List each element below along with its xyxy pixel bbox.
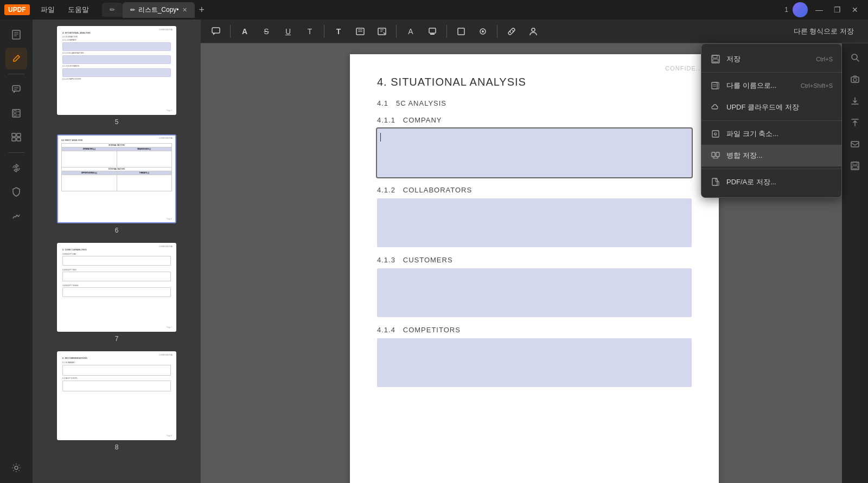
minimize-button[interactable]: — <box>812 5 826 14</box>
tab-add-button[interactable]: + <box>195 4 209 16</box>
saveas-icon <box>710 80 721 91</box>
tool-highlight[interactable]: A <box>236 23 253 40</box>
dropdown-merge-label: 병합 저장... <box>726 151 762 160</box>
svg-rect-15 <box>17 138 21 141</box>
svg-rect-17 <box>212 28 220 33</box>
tool-strikethrough[interactable]: S <box>258 23 275 40</box>
tool-text-bold[interactable]: T <box>330 23 347 40</box>
thumbnail-6[interactable]: CONFIDENTIAL 4.2 SWOT ANALYSIS INTERNAL … <box>39 134 194 234</box>
sidebar-icon-settings[interactable] <box>5 457 27 479</box>
dropdown-item-merge-left: 병합 저장... <box>710 150 762 161</box>
sidebar-icon-convert[interactable] <box>5 157 27 179</box>
dropdown-cloud-label: UPDF 클라우드에 저장 <box>726 102 799 112</box>
sidebar-icon-pages[interactable] <box>5 24 27 46</box>
thumb7-box3 <box>62 287 171 297</box>
sidebar-icon-protect[interactable] <box>5 181 27 203</box>
right-icon-mail[interactable] <box>845 134 865 154</box>
titlebar-tabs: ✏ ✏ 리스트_Copy• ✕ + <box>102 2 209 18</box>
right-icon-download[interactable] <box>845 91 865 111</box>
thumb-content-6: CONFIDENTIAL 4.2 SWOT ANALYSIS INTERNAL … <box>58 136 175 222</box>
subsection-4-1-1: 4.1.1 COMPANY <box>377 116 692 177</box>
thumb-label-6: 6 <box>39 227 194 234</box>
thumb-card-7: CONFIDENTIAL 5. CORE CAPABILITIES CONCEP… <box>57 243 176 332</box>
right-icon-save[interactable] <box>845 156 865 176</box>
dropdown-item-cloud[interactable]: UPDF 클라우드에 저장 <box>701 96 841 118</box>
menu-file[interactable]: 파일 <box>39 4 57 16</box>
competitors-content-box[interactable] <box>377 338 692 387</box>
tool-link[interactable] <box>503 23 520 40</box>
thumb6-weaknesses: WEAKNESSES (-) <box>117 147 172 151</box>
thumb7-title: 5. CORE CAPABILITIES <box>62 248 171 251</box>
dropdown-sep2 <box>701 120 841 121</box>
toolbar: A S U T T A 다른 형식으로 저장 <box>201 20 868 43</box>
thumb-label-5: 5 <box>39 118 194 126</box>
left-sidebar <box>0 20 33 483</box>
customers-content-box[interactable] <box>377 268 692 317</box>
toolbar-sep4 <box>446 25 447 38</box>
tool-comment[interactable] <box>207 23 225 40</box>
thumb5-label4: 4.1.4 COMPETITORS <box>62 78 171 80</box>
avatar[interactable] <box>793 2 808 17</box>
thumb7-box1 <box>62 256 171 266</box>
thumb6-opps: OPPORTUNITIES (+) <box>62 171 117 175</box>
dropdown-item-save[interactable]: 저장 Ctrl+S <box>701 48 841 70</box>
tab-active[interactable]: ✏ 리스트_Copy• ✕ <box>123 2 195 18</box>
maximize-button[interactable]: ❐ <box>831 5 844 14</box>
tool-underline[interactable]: U <box>279 23 297 40</box>
page-confidential: CONFIDE... <box>665 65 703 72</box>
sidebar-icon-edit[interactable] <box>5 48 27 69</box>
sidebar-icon-organize[interactable] <box>5 126 27 148</box>
dropdown-item-compress-left: 파일 크기 축소... <box>710 128 778 139</box>
tool-textbox[interactable] <box>352 23 369 40</box>
sidebar-icon-form[interactable] <box>5 102 27 124</box>
right-icon-search[interactable] <box>845 48 865 67</box>
thumb5-label3: 4.1.3 CUSTOMERS <box>62 65 171 67</box>
thumb7-box2 <box>62 272 171 281</box>
tool-person[interactable] <box>525 23 542 40</box>
thumb-label-7: 7 <box>39 335 194 343</box>
tool-eraser[interactable]: A <box>402 23 419 40</box>
subsection-4-1: 4.1 5C ANALYSIS <box>377 99 692 107</box>
sidebar-icon-sign[interactable] <box>5 205 27 227</box>
tool-color[interactable] <box>474 23 492 40</box>
thumb7-block1: CONCEPT ONE <box>62 253 171 266</box>
right-icon-share[interactable] <box>845 113 865 132</box>
tool-stamp[interactable] <box>424 23 441 40</box>
titlebar-menu: 파일 도움말 <box>34 4 95 16</box>
right-icon-camera[interactable] <box>845 69 865 89</box>
thumbnail-8[interactable]: CONFIDENTIAL 6. RECOMMENDATIONS 6.1 SUMM… <box>39 351 194 451</box>
close-button[interactable]: ✕ <box>848 5 861 14</box>
dropdown-item-save-left: 저장 <box>710 54 741 65</box>
svg-rect-47 <box>716 152 719 157</box>
save-format-button[interactable]: 다른 형식으로 저장 <box>786 23 861 40</box>
thumbnail-5[interactable]: CONFIDENTIAL 4. SITUATIONAL ANALYSIS 4.1… <box>39 26 194 126</box>
dropdown-item-pdfa[interactable]: PDF/A로 저장... <box>701 171 841 193</box>
tab-icon-pencil: ✏ <box>110 6 115 14</box>
dropdown-item-saveas[interactable]: 다를 이름으로... Ctrl+Shift+S <box>701 75 841 96</box>
toolbar-sep5 <box>497 25 497 38</box>
dropdown-item-merge[interactable]: 병합 저장... <box>701 145 841 166</box>
tool-textbox2[interactable] <box>373 23 391 40</box>
tool-shape[interactable] <box>452 23 470 40</box>
thumb8-confidential: CONFIDENTIAL <box>159 354 173 356</box>
tab-close-icon[interactable]: ✕ <box>182 7 187 14</box>
thumb-content-7: CONFIDENTIAL 5. CORE CAPABILITIES CONCEP… <box>58 244 175 331</box>
thumb7-pagenum: Page 7 <box>167 326 172 329</box>
thumbnail-7[interactable]: CONFIDENTIAL 5. CORE CAPABILITIES CONCEP… <box>39 243 194 343</box>
company-content-box[interactable] <box>377 128 692 177</box>
menu-help[interactable]: 도움말 <box>66 4 91 16</box>
svg-point-27 <box>532 28 535 31</box>
dropdown-item-saveas-left: 다를 이름으로... <box>710 80 776 91</box>
cloud-icon <box>710 102 721 113</box>
subsection-4-1-4: 4.1.4 COMPETITORS <box>377 326 692 387</box>
thumb6-table: INTERNAL FACTORS STRENGTHS (+) WEAKNESSE… <box>61 143 172 191</box>
tool-text-color[interactable]: T <box>301 23 318 40</box>
titlebar: UPDF 파일 도움말 ✏ ✏ 리스트_Copy• ✕ + 1 — ❐ ✕ <box>0 0 868 20</box>
dropdown-item-compress[interactable]: 파일 크기 축소... <box>701 123 841 145</box>
section-header: 4. SITUATIONAL ANALYSIS <box>377 76 692 88</box>
svg-rect-40 <box>713 59 718 62</box>
tab-inactive[interactable]: ✏ <box>102 3 123 17</box>
sidebar-icon-comment[interactable] <box>5 79 27 100</box>
thumb5-box2 <box>62 55 171 64</box>
collaborators-content-box[interactable] <box>377 198 692 247</box>
